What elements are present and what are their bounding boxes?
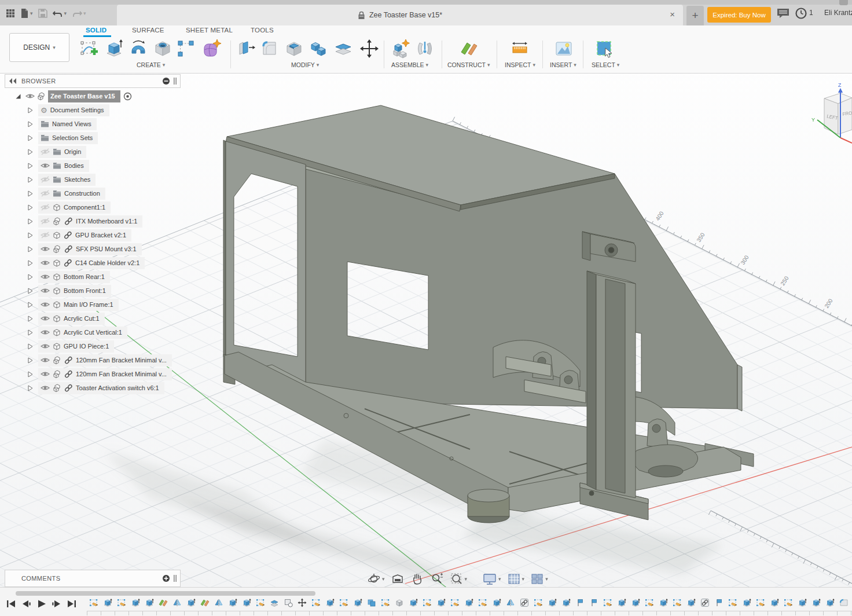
browser-row-zee-toaster-base-v15[interactable]: Zee Toaster Base v15 — [5, 89, 190, 103]
combine-icon[interactable] — [308, 38, 329, 59]
viewports-icon[interactable]: ▾ — [530, 572, 548, 586]
timeline-feature-mirror[interactable] — [170, 596, 184, 610]
timeline-feature-sketch[interactable] — [448, 596, 462, 610]
browser-item[interactable]: Main I/O Frame:1 — [38, 299, 119, 311]
browser-row-construction[interactable]: Construction — [5, 186, 190, 200]
browser-item[interactable]: Acrylic Cut:1 — [38, 313, 105, 325]
timeline-feature-sketch[interactable] — [670, 596, 684, 610]
timeline-feature-extrude[interactable] — [128, 596, 142, 610]
browser-item[interactable]: ⚙Document Settings — [38, 104, 109, 116]
browser-item[interactable]: C14 Cable Holder v2:1 — [38, 257, 145, 269]
timeline-feature-sketch[interactable] — [87, 596, 101, 610]
redo-button[interactable]: ▾ — [72, 9, 86, 18]
visibility-eye-icon[interactable] — [41, 273, 50, 280]
timeline-feature-extrude[interactable] — [406, 596, 420, 610]
select-icon[interactable] — [594, 38, 615, 59]
tab-surface[interactable]: SURFACE — [132, 27, 164, 34]
timeline-feature-flag[interactable] — [587, 596, 601, 610]
timeline-feature-sketch[interactable] — [601, 596, 615, 610]
job-status-clock-icon[interactable] — [795, 8, 807, 19]
browser-item[interactable]: Construction — [38, 188, 105, 200]
measure-icon[interactable] — [509, 38, 530, 59]
timeline-feature-extrude[interactable] — [767, 596, 781, 610]
browser-item[interactable]: Toaster Activation switch v6:1 — [38, 382, 164, 394]
timeline-feature-sketch[interactable] — [531, 596, 545, 610]
timeline-feature-extrude[interactable] — [351, 596, 365, 610]
create-sketch-icon[interactable] — [79, 38, 100, 59]
browser-item[interactable]: Bottom Front:1 — [38, 285, 111, 297]
user-name[interactable]: Eli Krantz — [824, 9, 852, 17]
timeline-feature-move[interactable] — [295, 596, 309, 610]
timeline-feature-plane[interactable] — [198, 596, 212, 610]
timeline-feature-extrude[interactable] — [684, 596, 698, 610]
new-tab-button[interactable]: + — [686, 6, 704, 25]
tab-solid[interactable]: SOLID — [86, 27, 106, 34]
timeline-feature-extrude[interactable] — [559, 596, 573, 610]
timeline-feature-mirror[interactable] — [504, 596, 517, 610]
new-component-icon[interactable] — [390, 38, 411, 59]
play-button[interactable] — [36, 599, 47, 609]
browser-item[interactable]: Bodies — [38, 160, 89, 172]
browser-row-gpu-bracket-v2-1[interactable]: GPU Bracket v2:1 — [5, 228, 190, 242]
environment-selector-button[interactable]: DESIGN▾ — [9, 33, 69, 62]
extrude-icon[interactable] — [104, 38, 124, 59]
activate-component-radio-icon[interactable] — [123, 92, 132, 101]
revolve-icon[interactable] — [128, 38, 149, 59]
fillet-icon[interactable] — [259, 38, 280, 59]
comments-panel-header[interactable]: COMMENTS — [5, 570, 181, 587]
browser-row-c14-cable-holder-v2-1[interactable]: C14 Cable Holder v2:1 — [5, 256, 190, 270]
visibility-eye-icon[interactable] — [41, 384, 50, 391]
timeline-feature-extrude[interactable] — [795, 596, 809, 610]
joint-icon[interactable] — [414, 38, 435, 59]
browser-item[interactable]: GPU IO Piece:1 — [38, 340, 114, 353]
browser-item[interactable]: Bottom Rear:1 — [38, 271, 110, 283]
browser-item[interactable]: Acrylic Cut Vertical:1 — [38, 327, 127, 339]
browser-row-named-views[interactable]: Named Views — [5, 117, 190, 131]
save-button[interactable] — [38, 9, 47, 18]
comment-bubble-icon[interactable] — [777, 8, 789, 19]
timeline-feature-extrude[interactable] — [629, 596, 642, 610]
expand-caret-icon[interactable] — [15, 93, 25, 100]
go-to-start-button[interactable] — [6, 599, 17, 609]
browser-row-acrylic-cut-vertical-1[interactable]: Acrylic Cut Vertical:1 — [5, 325, 190, 339]
browser-row-acrylic-cut-1[interactable]: Acrylic Cut:1 — [5, 311, 190, 325]
look-at-icon[interactable] — [391, 572, 405, 586]
browser-row-itx-motherboard-v1-1[interactable]: ITX Motherboard v1:1 — [5, 214, 190, 228]
expand-caret-icon[interactable] — [28, 316, 38, 322]
timeline-feature-sketch[interactable] — [476, 596, 490, 610]
collapse-panel-icon[interactable] — [9, 78, 17, 84]
browser-item[interactable]: Named Views — [38, 118, 97, 130]
browser-item[interactable]: Zee Toaster Base v15 — [48, 90, 120, 102]
timeline-feature-extrude[interactable] — [615, 596, 629, 610]
hole-icon[interactable] — [152, 38, 173, 59]
file-menu-button[interactable]: ▾ — [20, 8, 33, 19]
close-tab-icon[interactable]: × — [670, 9, 675, 19]
inspect-group-label[interactable]: INSPECT▾ — [505, 61, 535, 68]
browser-row-toaster-activation-switch-v6-1[interactable]: Toaster Activation switch v6:1 — [5, 381, 190, 395]
tab-sheet-metal[interactable]: SHEET METAL — [186, 27, 233, 34]
browser-row-selection-sets[interactable]: Selection Sets — [5, 131, 190, 145]
expand-caret-icon[interactable] — [28, 302, 38, 308]
visibility-eye-icon[interactable] — [41, 371, 50, 377]
insert-group-label[interactable]: INSERT▾ — [550, 61, 576, 68]
document-tab[interactable]: Zee Toaster Base v15* × — [117, 5, 683, 25]
timeline-feature-extrude[interactable] — [740, 596, 754, 610]
timeline-feature-combine[interactable] — [365, 596, 379, 610]
browser-item[interactable]: Origin — [38, 146, 86, 158]
visibility-eye-off-icon[interactable] — [41, 190, 50, 197]
modify-group-label[interactable]: MODIFY▾ — [291, 61, 319, 68]
timeline-feature-sketch[interactable] — [726, 596, 740, 610]
visibility-eye-off-icon[interactable] — [41, 176, 50, 183]
timeline-feature-extrude[interactable] — [323, 596, 337, 610]
tab-tools[interactable]: TOOLS — [251, 27, 274, 34]
timeline-feature-extrude[interactable] — [545, 596, 559, 610]
timeline-feature-extrude[interactable] — [240, 596, 254, 610]
timeline-scrollbar[interactable] — [16, 591, 315, 596]
timeline-feature-extrude[interactable] — [656, 596, 670, 610]
visibility-eye-icon[interactable] — [41, 259, 50, 266]
expand-caret-icon[interactable] — [28, 121, 38, 127]
browser-row-bottom-rear-1[interactable]: Bottom Rear:1 — [5, 270, 190, 284]
expand-caret-icon[interactable] — [28, 246, 38, 252]
expired-buy-now-button[interactable]: Expired: Buy Now — [707, 7, 771, 23]
step-forward-button[interactable] — [51, 599, 62, 609]
